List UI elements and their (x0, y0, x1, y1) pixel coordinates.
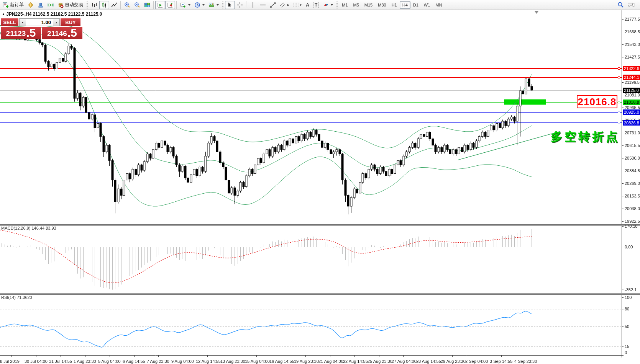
gold-diamond-button[interactable] (26, 1, 36, 9)
buy-price-int: 21146 (47, 29, 67, 39)
collapse-arrow-icon[interactable]: ▲ (2, 12, 5, 16)
chevron-down-icon (202, 4, 205, 6)
timeframe-M15[interactable]: M15 (362, 1, 375, 9)
sell-price-display[interactable]: 21123 .5 (1, 27, 41, 39)
community-button[interactable] (36, 1, 46, 9)
timeframe-M30[interactable]: M30 (375, 1, 389, 9)
chart-shift-icon (167, 2, 173, 8)
macd-indicator-label: MACD(12,26,9) 146.44 83.93 (1, 226, 56, 230)
text-tool-button[interactable]: A (304, 1, 311, 9)
chevron-down-icon (331, 4, 333, 6)
horizontal-line-icon (260, 2, 266, 8)
sell-price-int: 21123 (6, 29, 26, 39)
timeframe-group: M1M5M15M30H1H4D1W1MN (339, 1, 445, 9)
toolbar-grip (336, 2, 338, 8)
chat-button[interactable] (626, 1, 637, 9)
chart-symbol-info: ▲ JPN225-,H4 21162.5 21182.5 21122.5 211… (2, 11, 102, 17)
bar-chart-icon (91, 2, 97, 8)
toolbar-grip (222, 2, 223, 8)
timeframe-MN[interactable]: MN (433, 1, 445, 9)
price-annotation-label[interactable]: 21016.8 (577, 95, 617, 108)
rsi-indicator-label: RSI(14) 71.3620 (1, 295, 32, 300)
arrows-icon (323, 2, 329, 8)
timeframe-M1[interactable]: M1 (339, 1, 350, 9)
gold-diamond-icon (28, 2, 34, 8)
buy-button[interactable]: BUY (61, 18, 80, 26)
symbol-timeframe: JPN225-,H4 (6, 11, 31, 17)
templates-button[interactable] (207, 1, 221, 9)
chevron-down-icon (217, 4, 219, 6)
new-order-button[interactable]: 新订单 (1, 1, 26, 9)
line-chart-button[interactable] (109, 1, 119, 9)
toolbar-grip (87, 2, 88, 8)
trading-terminal-window: { "toolbar": { "new_order_label": "新订单",… (0, 0, 640, 364)
periods-clock-icon (194, 2, 200, 8)
search-icon (617, 2, 624, 8)
chevron-down-icon (188, 4, 190, 6)
fibonacci-tool-suffix: F (300, 3, 302, 7)
fibonacci-tool-button[interactable]: F (291, 1, 304, 9)
turning-point-annotation[interactable]: 多空转折点 (551, 129, 620, 145)
sell-button[interactable]: SELL (1, 18, 18, 26)
horizontal-line-tool-button[interactable] (258, 1, 268, 9)
timeframe-H4[interactable]: H4 (400, 1, 410, 9)
crosshair-icon (237, 2, 243, 8)
autotrade-icon (57, 2, 64, 8)
community-icon (38, 2, 44, 8)
zoom-in-button[interactable] (122, 1, 132, 9)
equidistant-channel-icon (280, 2, 286, 8)
timeframe-H1[interactable]: H1 (389, 1, 400, 9)
volume-input[interactable] (26, 19, 53, 26)
candlestick-chart-icon (101, 2, 107, 8)
chart-shift-button[interactable] (165, 1, 175, 9)
text-label-tool-button[interactable]: T (311, 1, 321, 9)
text-icon: A (306, 2, 309, 8)
auto-scroll-button[interactable] (155, 1, 165, 9)
volume-increase-button[interactable]: ▲ (53, 19, 59, 26)
new-chart-button[interactable] (178, 1, 192, 9)
tile-windows-button[interactable] (142, 1, 152, 9)
timeframe-D1[interactable]: D1 (410, 1, 421, 9)
text-label-icon: T (313, 2, 319, 8)
vertical-line-tool-button[interactable] (248, 1, 258, 9)
one-click-trading-panel: SELL ▼ ▲ BUY 21123 .5 21146 .5 (1, 18, 84, 39)
fibonacci-icon (293, 2, 299, 8)
new-chart-icon (180, 2, 186, 8)
templates-icon (208, 2, 215, 8)
bar-chart-button[interactable] (89, 1, 99, 9)
channel-tool-suffix: E (287, 3, 289, 7)
autotrade-button[interactable]: 自动交易 (56, 1, 85, 9)
equidistant-channel-tool-button[interactable]: E (278, 1, 291, 9)
sell-price-frac: .5 (26, 27, 36, 39)
zoom-out-icon (134, 2, 140, 8)
auto-scroll-icon (157, 2, 163, 8)
buy-price-display[interactable]: 21146 .5 (42, 27, 82, 39)
cursor-tool-button[interactable] (225, 1, 235, 9)
main-toolbar: 新订单 自动交易 (0, 0, 640, 10)
trendline-icon (270, 2, 276, 8)
autotrade-label: 自动交易 (65, 2, 83, 8)
volume-decrease-button[interactable]: ▼ (20, 19, 26, 26)
trendline-tool-button[interactable] (268, 1, 278, 9)
timeframe-W1[interactable]: W1 (421, 1, 433, 9)
line-chart-icon (111, 2, 117, 8)
new-order-icon (3, 2, 9, 8)
tile-windows-icon (144, 2, 150, 8)
search-button[interactable] (615, 1, 626, 9)
toolbar-separator (153, 1, 154, 9)
ohlc-readout: 21162.5 21182.5 21122.5 21125.0 (33, 11, 102, 17)
chart-canvas[interactable] (0, 0, 640, 364)
toolbar-separator (246, 1, 247, 9)
zoom-in-icon (124, 2, 130, 8)
vertical-line-icon (250, 2, 256, 8)
signals-icon (48, 2, 54, 8)
chat-icon (628, 2, 635, 8)
candlestick-chart-button[interactable] (99, 1, 109, 9)
periods-button[interactable] (192, 1, 207, 9)
timeframe-M5[interactable]: M5 (351, 1, 362, 9)
crosshair-tool-button[interactable] (235, 1, 245, 9)
signals-button[interactable] (46, 1, 56, 9)
buy-price-frac: .5 (67, 27, 77, 39)
arrows-tool-button[interactable] (321, 1, 335, 9)
zoom-out-button[interactable] (132, 1, 142, 9)
